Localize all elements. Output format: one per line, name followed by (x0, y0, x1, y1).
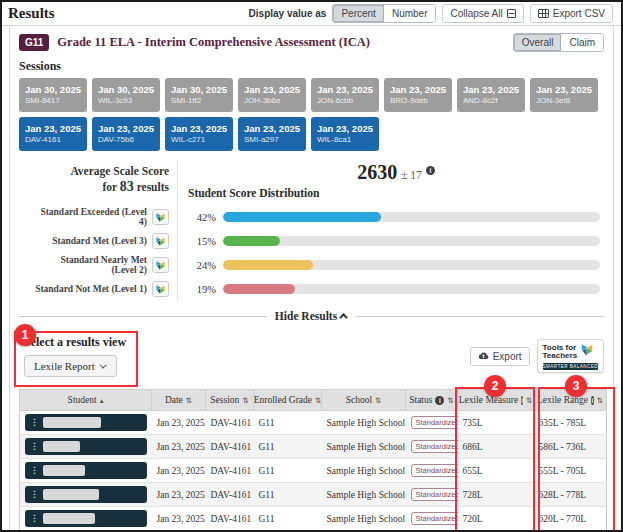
column-header-enrolled-grade[interactable]: Enrolled Grade⇅ (254, 390, 322, 411)
column-label: Enrolled Grade (254, 395, 312, 405)
assessment-panel: G11 Grade 11 ELA - Interim Comprehensive… (9, 26, 614, 532)
info-icon[interactable]: i (435, 396, 444, 405)
date-cell: Jan 23, 2025 (152, 459, 206, 483)
export-button[interactable]: Export (470, 347, 530, 366)
claim-tab[interactable]: Claim (561, 34, 603, 51)
result-count: 83 (120, 179, 134, 194)
hide-results-link[interactable]: Hide Results (275, 310, 348, 322)
kebab-menu-icon[interactable]: ⋮ (30, 442, 39, 451)
lexile-range-cell: 628L - 778L (534, 483, 607, 507)
tools-for-teachers-level-button[interactable] (152, 281, 169, 297)
session-button-BRO-9deb[interactable]: Jan 23, 2025BRO-9deb (384, 78, 452, 112)
pinwheel-icon (155, 212, 166, 223)
sort-icon[interactable]: ⇅ (526, 396, 532, 405)
session-button-JON-6cbb[interactable]: Jan 23, 2025JON-6cbb (311, 78, 379, 112)
level-labels: Standard Exceeded (Level 4)Standard Met … (19, 205, 169, 301)
table-row: ⋮Jan 23, 2025DAV-4161G11Sample High Scho… (20, 411, 607, 435)
overall-tab[interactable]: Overall (514, 34, 562, 51)
session-cell: DAV-4161 (206, 435, 254, 459)
status-badge: Standardized (411, 488, 458, 501)
column-label: Date (165, 395, 183, 405)
student-name-redacted[interactable]: ⋮ (25, 414, 147, 431)
grade-cell: G11 (254, 459, 322, 483)
session-code: JON-3ef8 (536, 96, 592, 106)
grade-cell: G11 (254, 411, 322, 435)
column-header-date[interactable]: Date⇅ (152, 390, 206, 411)
table-row: ⋮Jan 23, 2025DAV-4161G11Sample High Scho… (20, 459, 607, 483)
session-button-SMI-8417[interactable]: Jan 30, 2025SMI-8417 (19, 78, 87, 112)
info-icon[interactable]: i (426, 166, 435, 175)
info-icon[interactable]: i (591, 396, 594, 405)
school-cell: Sample High School (322, 435, 406, 459)
results-view-dropdown[interactable]: Lexile Report (24, 355, 117, 377)
tools-for-teachers-level-button[interactable] (152, 233, 169, 249)
status-badge: Standardized (411, 440, 458, 453)
redaction-block (43, 417, 101, 428)
session-button-DAV-4161[interactable]: Jan 23, 2025DAV-4161 (19, 117, 87, 151)
bar-fill (223, 284, 295, 294)
sort-icon[interactable]: ⇅ (242, 396, 248, 405)
redaction-block (43, 465, 85, 476)
sort-icon[interactable]: ⇅ (375, 396, 381, 405)
tools-for-teachers-logo[interactable]: Tools for Teachers SMARTER BALANCED (537, 339, 604, 373)
column-label: Session (210, 395, 239, 405)
divider (356, 316, 604, 317)
lexile-range-cell: 555L - 705L (534, 459, 607, 483)
export-csv-button[interactable]: Export CSV (530, 4, 613, 23)
student-name-redacted[interactable]: ⋮ (25, 486, 147, 503)
kebab-menu-icon[interactable]: ⋮ (30, 490, 39, 499)
session-button-WIL-8ca1[interactable]: Jan 23, 2025WIL-8ca1 (311, 117, 379, 151)
session-button-AND-8c2f[interactable]: Jan 23, 2025AND-8c2f (457, 78, 525, 112)
session-code: WIL-8ca1 (317, 135, 373, 145)
student-name-redacted[interactable]: ⋮ (25, 462, 147, 479)
kebab-menu-icon[interactable]: ⋮ (30, 466, 39, 475)
student-name-redacted[interactable]: ⋮ (25, 438, 147, 455)
session-date: Jan 23, 2025 (98, 123, 154, 135)
bar-fill (223, 236, 280, 246)
session-button-WIL-3c93[interactable]: Jan 30, 2025WIL-3c93 (92, 78, 160, 112)
session-button-SMI-1ff2[interactable]: Jan 30, 2025SMI-1ff2 (165, 78, 233, 112)
sort-icon[interactable]: ⇅ (186, 396, 192, 405)
column-header-lexile-measure[interactable]: Lexile Measurei⇅ (458, 390, 534, 411)
session-date: Jan 23, 2025 (390, 84, 446, 96)
session-date: Jan 30, 2025 (171, 84, 227, 96)
results-view-value: Lexile Report (34, 360, 95, 372)
export-csv-label: Export CSV (553, 8, 605, 19)
tools-for-teachers-level-button[interactable] (152, 209, 169, 225)
student-name-redacted[interactable]: ⋮ (25, 510, 147, 527)
column-header-session[interactable]: Session⇅ (206, 390, 254, 411)
lexile-report-table: Student▴Date⇅Session⇅Enrolled Grade⇅Scho… (19, 389, 607, 532)
session-button-SMI-a297[interactable]: Jan 23, 2025SMI-a297 (238, 117, 306, 151)
column-header-student[interactable]: Student▴ (20, 390, 152, 411)
lexile-range-cell: 620L - 770L (534, 507, 607, 531)
date-cell: Jan 23, 2025 (152, 411, 206, 435)
sort-icon[interactable]: ⇅ (597, 396, 603, 405)
sort-icon[interactable]: ⇅ (315, 396, 321, 405)
session-button-DAV-75b6[interactable]: Jan 23, 2025DAV-75b6 (92, 117, 160, 151)
column-header-lexile-range[interactable]: Lexile Rangei⇅ (534, 390, 607, 411)
number-toggle-button[interactable]: Number (384, 5, 436, 22)
column-header-status[interactable]: Statusi⇅ (406, 390, 458, 411)
bar-fill (223, 212, 381, 222)
distribution-bar-row: 42% (188, 205, 604, 229)
percent-toggle-button[interactable]: Percent (333, 5, 383, 22)
info-icon[interactable]: i (521, 396, 523, 405)
bar-track (223, 284, 600, 294)
tools-for-teachers-level-button[interactable] (152, 257, 169, 273)
sort-icon[interactable]: ▴ (100, 396, 104, 405)
session-button-WIL-c271[interactable]: Jan 23, 2025WIL-c271 (165, 117, 233, 151)
distribution-bar-row: 24% (188, 253, 604, 277)
collapse-icon (507, 9, 516, 18)
kebab-menu-icon[interactable]: ⋮ (30, 514, 39, 523)
sort-icon[interactable]: ⇅ (447, 396, 453, 405)
session-cell: DAV-4161 (206, 483, 254, 507)
session-date: Jan 23, 2025 (171, 123, 227, 135)
session-cell: DAV-4161 (206, 507, 254, 531)
column-label: Status (409, 395, 432, 405)
column-header-school[interactable]: School⇅ (322, 390, 406, 411)
kebab-menu-icon[interactable]: ⋮ (30, 418, 39, 427)
session-button-JOH-3b6e[interactable]: Jan 23, 2025JOH-3b6e (238, 78, 306, 112)
session-button-JON-3ef8[interactable]: Jan 23, 2025JON-3ef8 (530, 78, 598, 112)
grade-badge: G11 (19, 34, 49, 51)
collapse-all-button[interactable]: Collapse All (442, 4, 523, 23)
